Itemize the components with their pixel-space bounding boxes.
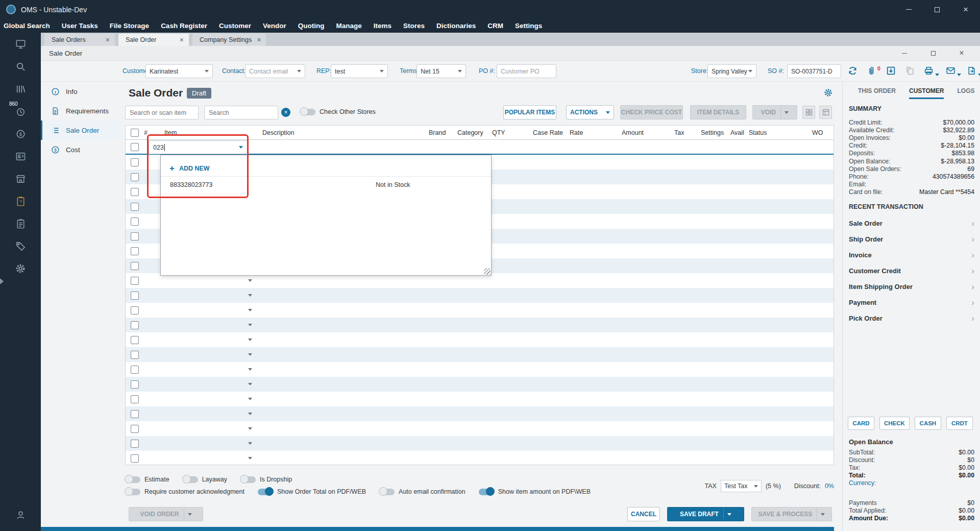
chevron-down-icon[interactable]	[239, 146, 243, 149]
document-tab[interactable]: Sale Order ×	[118, 34, 189, 46]
search-icon[interactable]	[0, 55, 41, 78]
payment-button[interactable]: CHECK	[879, 417, 910, 430]
nav-item-requirements[interactable]: Requirements	[41, 101, 122, 120]
cancel-button[interactable]: CANCEL	[627, 507, 660, 521]
sync-icon[interactable]	[847, 65, 858, 76]
row-checkbox[interactable]	[131, 232, 139, 240]
nav-item-info[interactable]: Info	[41, 82, 122, 101]
panel-tab[interactable]: THIS ORDER	[858, 84, 896, 99]
save-draft-button[interactable]: SAVE DRAFT	[667, 507, 744, 521]
discount-value[interactable]: 0%	[825, 482, 834, 490]
row-checkbox[interactable]	[131, 218, 139, 226]
document-tab[interactable]: Company Settings ×	[192, 34, 266, 46]
window-maximize-button[interactable]	[919, 46, 947, 60]
chevron-down-icon[interactable]	[248, 368, 252, 371]
table-row[interactable]	[126, 332, 834, 347]
check-price-cost-button[interactable]: CHECK PRICE COST	[620, 105, 683, 119]
chevron-down-icon[interactable]	[248, 339, 252, 341]
chevron-down-icon[interactable]	[248, 309, 252, 311]
table-row[interactable]	[126, 392, 834, 406]
menu-item[interactable]: Manage	[336, 22, 361, 30]
transaction-link[interactable]: Payment›	[849, 295, 974, 310]
menu-item[interactable]: CRM	[487, 22, 503, 30]
row-checkbox[interactable]	[131, 425, 139, 433]
store-select[interactable]: Spring Valley	[707, 64, 756, 78]
row-checkbox[interactable]	[131, 454, 139, 463]
option-toggle-item[interactable]: Is Dropship	[240, 476, 292, 483]
copy-icon[interactable]	[905, 65, 915, 76]
menu-item[interactable]: Cash Register	[161, 22, 207, 30]
app-minimize-button[interactable]	[894, 0, 923, 19]
row-checkbox[interactable]	[131, 410, 139, 418]
toggle-switch[interactable]	[379, 489, 395, 495]
item-input[interactable]: 023	[149, 140, 248, 154]
table-row[interactable]	[126, 421, 834, 436]
chevron-down-icon[interactable]	[957, 74, 961, 76]
app-maximize-button[interactable]	[923, 0, 951, 19]
transaction-link[interactable]: Invoice›	[849, 247, 974, 263]
void-order-button[interactable]: VOID ORDER	[129, 507, 203, 521]
library-icon[interactable]	[0, 78, 41, 100]
option-toggle-item[interactable]: Show item amount on PDF\WEB	[479, 488, 591, 495]
resize-handle[interactable]	[484, 268, 491, 275]
row-checkbox[interactable]	[131, 440, 139, 448]
download-icon[interactable]	[886, 65, 896, 76]
row-checkbox[interactable]	[131, 366, 139, 374]
actions-button[interactable]: ACTIONS	[566, 105, 614, 119]
table-row[interactable]	[126, 451, 834, 466]
row-checkbox[interactable]	[131, 321, 139, 329]
clear-search-icon[interactable]: ×	[281, 108, 290, 117]
row-checkbox[interactable]	[131, 247, 139, 255]
toggle-switch[interactable]	[125, 476, 140, 483]
menu-item[interactable]: Vendor	[263, 22, 286, 30]
menu-item[interactable]: Customer	[219, 22, 251, 30]
transaction-link[interactable]: Ship Order›	[849, 231, 974, 247]
tasks-icon[interactable]	[0, 212, 41, 235]
table-row[interactable]	[126, 303, 834, 318]
toggle-switch[interactable]	[258, 489, 273, 495]
tab-close-icon[interactable]: ×	[106, 36, 110, 44]
dashboard-icon[interactable]	[0, 33, 41, 55]
rep-select[interactable]: test	[331, 64, 388, 78]
menu-item[interactable]: File Storage	[110, 22, 149, 30]
chevron-down-icon[interactable]	[248, 383, 252, 385]
settings-gear-icon[interactable]	[823, 88, 833, 98]
tax-select[interactable]: Test Tax	[721, 480, 762, 492]
payment-button[interactable]: CRDT	[946, 417, 973, 430]
table-row[interactable]	[126, 406, 834, 421]
toggle-switch[interactable]	[479, 489, 494, 495]
popular-items-button[interactable]: POPULAR ITEMS	[503, 105, 556, 119]
option-toggle-item[interactable]: Layaway	[183, 476, 227, 483]
tag-icon[interactable]	[0, 235, 41, 257]
table-row[interactable]	[126, 318, 834, 332]
chevron-down-icon[interactable]	[935, 74, 939, 76]
contact-card-icon[interactable]	[0, 145, 41, 167]
toggle-switch[interactable]	[125, 489, 140, 495]
row-checkbox[interactable]	[131, 380, 139, 389]
row-checkbox[interactable]	[131, 395, 139, 403]
option-toggle-item[interactable]: Estimate	[125, 476, 169, 483]
transaction-link[interactable]: Sale Order›	[849, 215, 974, 231]
contact-select[interactable]: Contact email	[245, 64, 305, 78]
option-toggle-item[interactable]: Show Order Total on PDF/WEB	[258, 488, 366, 495]
toggle-switch[interactable]	[183, 476, 198, 483]
tab-close-icon[interactable]: ×	[257, 36, 261, 44]
void-button[interactable]: VOID	[752, 105, 797, 119]
table-row[interactable]	[126, 288, 834, 303]
item-suggestion[interactable]: 883328023773 Not in Stock	[161, 177, 491, 192]
menu-item[interactable]: User Tasks	[62, 22, 98, 30]
window-minimize-button[interactable]	[890, 46, 919, 60]
chevron-down-icon[interactable]	[248, 294, 252, 297]
row-checkbox[interactable]	[131, 173, 139, 181]
chevron-down-icon[interactable]	[248, 398, 252, 400]
chevron-down-icon[interactable]	[248, 442, 252, 445]
dollar-icon[interactable]: $	[0, 123, 41, 145]
item-details-button[interactable]: ITEM DETAILS	[690, 105, 746, 119]
terms-select[interactable]: Net 15	[416, 64, 466, 78]
menu-item[interactable]: Items	[374, 22, 391, 30]
customer-select[interactable]: Karinatest	[145, 64, 213, 78]
chevron-down-icon[interactable]	[248, 353, 252, 356]
chevron-down-icon[interactable]	[978, 74, 980, 76]
menu-item[interactable]: Dictionaries	[436, 22, 476, 30]
chevron-down-icon[interactable]	[248, 279, 252, 282]
